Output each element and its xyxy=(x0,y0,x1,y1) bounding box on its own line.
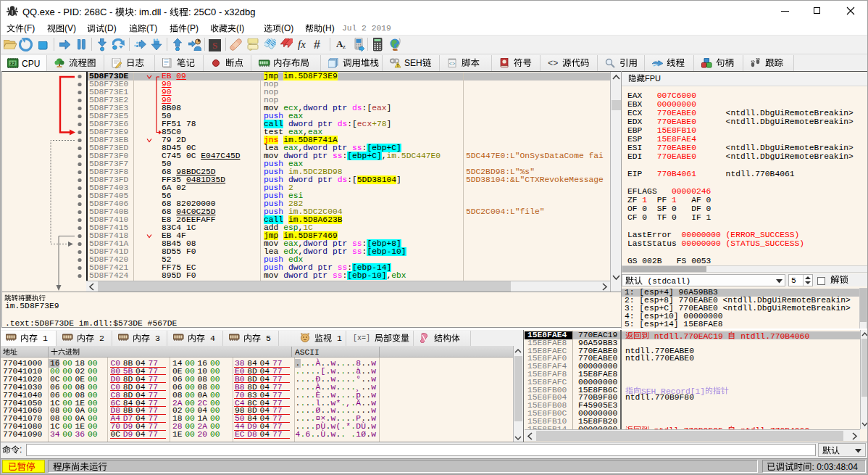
svg-text:fx: fx xyxy=(298,38,306,50)
svg-text:[x=]: [x=] xyxy=(353,334,370,342)
svg-text:<>: <> xyxy=(449,61,455,67)
svg-text:z: z xyxy=(343,43,346,50)
svg-text:S: S xyxy=(212,40,217,51)
svg-text:32: 32 xyxy=(10,61,16,66)
svg-text:<>: <> xyxy=(548,59,558,69)
svg-text:#: # xyxy=(314,38,320,51)
